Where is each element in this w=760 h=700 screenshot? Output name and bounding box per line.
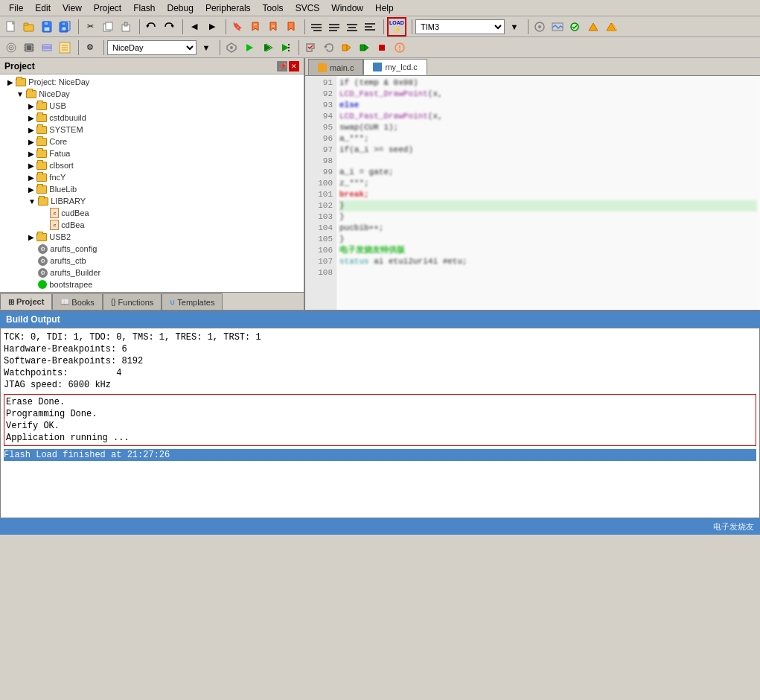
debug-reset-button[interactable]: [320, 39, 336, 56]
list-item[interactable]: ▶ SYSTEM: [1, 124, 302, 136]
project-dropdown[interactable]: NiceDay: [107, 40, 197, 55]
svg-point-70: [399, 49, 400, 51]
toolbar-extra-5[interactable]: [603, 19, 619, 35]
project-run-button[interactable]: [241, 39, 258, 56]
load-button[interactable]: LOAD ⚡: [387, 17, 406, 36]
menu-window[interactable]: Window: [325, 1, 369, 15]
project-link-button[interactable]: [277, 39, 293, 56]
project-stop-button[interactable]: [259, 39, 275, 56]
chip-button[interactable]: [21, 39, 37, 56]
list-item[interactable]: bootstrapee: [1, 279, 302, 290]
indent-button[interactable]: [308, 19, 325, 35]
menu-file[interactable]: File: [3, 1, 29, 15]
toolbar-extra-1[interactable]: [531, 19, 548, 35]
sep-4: [223, 19, 226, 34]
menu-svcs[interactable]: SVCS: [290, 1, 326, 15]
build-output-content[interactable]: TCK: 0, TDI: 1, TDO: 0, TMS: 1, TRES: 1,…: [0, 328, 760, 518]
svg-point-37: [10, 47, 12, 48]
toolbar-extra-2[interactable]: [549, 19, 566, 35]
menu-tools[interactable]: Tools: [257, 1, 290, 15]
project-tree: ▶ Project: NiceDay ▼ NiceDay ▶ USB ▶ cst…: [0, 74, 304, 292]
tab-templates[interactable]: ∪ Templates: [162, 293, 223, 310]
target-button[interactable]: [3, 39, 19, 56]
redo-button[interactable]: [161, 19, 177, 35]
svg-point-54: [230, 46, 233, 49]
debug-over-button[interactable]: [356, 39, 372, 56]
align-button[interactable]: [344, 19, 360, 35]
tree-root[interactable]: ▶ Project: NiceDay: [1, 76, 302, 88]
nav-forward-button[interactable]: ▶: [204, 19, 220, 35]
list-item[interactable]: ▶ Fatua: [1, 147, 302, 159]
svg-rect-5: [44, 27, 50, 31]
outdent-button[interactable]: [326, 19, 342, 35]
tab-books[interactable]: 📖 Books: [52, 293, 103, 310]
open-button[interactable]: [21, 19, 37, 35]
list-item[interactable]: ▶ Core: [1, 136, 302, 147]
cut-button[interactable]: ✂: [82, 19, 98, 35]
list-item[interactable]: .c cudBea: [1, 207, 302, 219]
undo-button[interactable]: [143, 19, 159, 35]
code-content[interactable]: if (temp & 0x08) LCD_Fast_DrawPoint(x, e…: [336, 76, 760, 310]
list-item[interactable]: ⚙ arufts_ctb: [1, 255, 302, 267]
list-item[interactable]: ▼ LIBRARY: [1, 195, 302, 207]
list-item[interactable]: ▶ USB: [1, 100, 302, 112]
menu-flash[interactable]: Flash: [127, 1, 161, 15]
build-config-button[interactable]: [223, 39, 240, 56]
save-all-button[interactable]: [57, 19, 73, 35]
bookmark-next-button[interactable]: [265, 19, 281, 35]
project-dropdown-arrow[interactable]: ▼: [198, 39, 214, 56]
debug-step-button[interactable]: [338, 39, 354, 56]
panel-close-icon[interactable]: ✕: [289, 61, 299, 71]
copy-button[interactable]: [100, 19, 116, 35]
format-button[interactable]: [362, 19, 378, 35]
list-item[interactable]: ▶ fncY: [1, 171, 302, 183]
watermark-text: 电子发烧友: [713, 521, 754, 532]
menu-view[interactable]: View: [57, 1, 88, 15]
bookmark-button[interactable]: 🔖: [229, 19, 246, 35]
debug-start-button[interactable]: [302, 39, 319, 56]
folder-icon: [26, 90, 36, 98]
list-item[interactable]: ▶ USB2: [1, 231, 302, 243]
toolbar-extra-4[interactable]: [585, 19, 601, 35]
menu-debug[interactable]: Debug: [162, 1, 199, 15]
tab-my-lcd-c[interactable]: my_lcd.c: [363, 59, 427, 75]
memory-button[interactable]: [39, 39, 55, 56]
dropdown-arrow[interactable]: ▼: [506, 19, 523, 35]
toolbar-extra-3[interactable]: [567, 19, 584, 35]
tab-main-c[interactable]: main.c: [308, 59, 363, 75]
menu-help[interactable]: Help: [369, 1, 400, 15]
bookmark-prev-button[interactable]: [247, 19, 264, 35]
list-item[interactable]: ▶ cstdbuuild: [1, 112, 302, 124]
menu-edit[interactable]: Edit: [29, 1, 57, 15]
bookmark-clear-button[interactable]: [283, 19, 299, 35]
tab-project[interactable]: ⊞ Project: [0, 293, 52, 310]
list-item[interactable]: ⚙ arufts_config: [1, 243, 302, 255]
nav-back-button[interactable]: ◀: [186, 19, 202, 35]
debug-target-dropdown[interactable]: TIM3: [415, 19, 505, 34]
panel-pin-icon[interactable]: 📌: [277, 61, 287, 71]
new-button[interactable]: [3, 19, 19, 35]
list-item[interactable]: ▶ clbsort: [1, 159, 302, 171]
register-button[interactable]: [57, 39, 73, 56]
tab-functions[interactable]: {} Functions: [103, 293, 162, 310]
menu-peripherals[interactable]: Peripherals: [199, 1, 257, 15]
list-item[interactable]: ▶ BlueLib: [1, 183, 302, 195]
project-tab-icon: ⊞: [8, 298, 14, 306]
svg-rect-4: [44, 22, 48, 25]
code-area[interactable]: 9192939495969798991001011021031041051061…: [305, 76, 760, 310]
sep-t2-3: [217, 40, 220, 55]
paste-button[interactable]: [118, 19, 134, 35]
sep-5: [302, 19, 305, 34]
build-output-title: Build Output: [6, 314, 60, 325]
config-button[interactable]: ⚙: [82, 39, 98, 56]
save-button[interactable]: [39, 19, 55, 35]
editor-tabs: main.c my_lcd.c: [305, 58, 760, 76]
debug-stop-button[interactable]: [374, 39, 390, 56]
list-item[interactable]: ⚙ arufts_Builder: [1, 267, 302, 279]
debug-extra[interactable]: [392, 39, 408, 56]
list-item[interactable]: ▼ NiceDay: [1, 88, 302, 100]
menu-project[interactable]: Project: [88, 1, 127, 15]
sep-t2-4: [296, 40, 299, 55]
svg-point-29: [538, 25, 541, 28]
list-item[interactable]: .c cdBea: [1, 219, 302, 231]
